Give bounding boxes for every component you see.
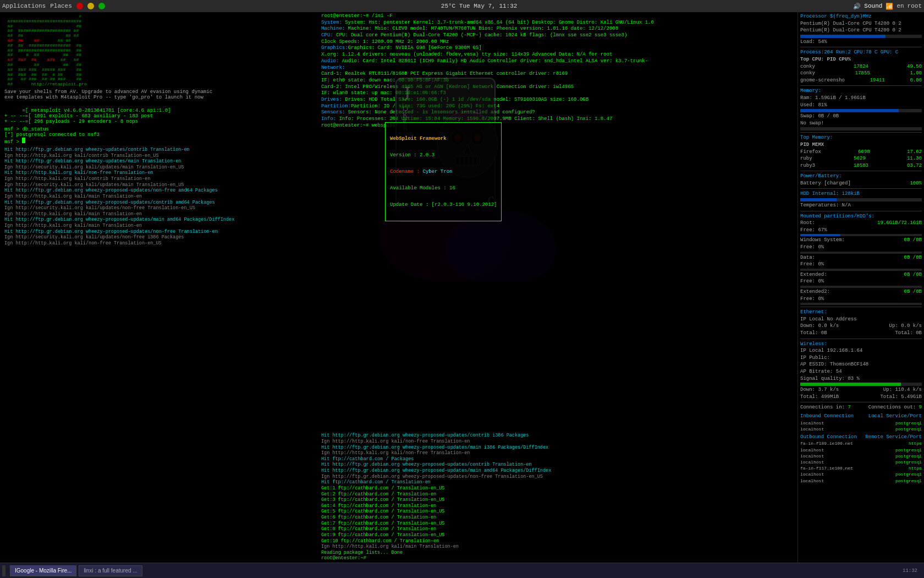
- outbound-list: fa-in-f189.ie100.nethttpslocalhostpostgr…: [800, 440, 922, 483]
- sound-icon[interactable]: 🔊: [853, 3, 861, 10]
- conky-cpu1: Pentium(R) Dual-Core CPU T4200 0 2: [800, 20, 922, 28]
- partitions-list: Root: 19.6GiB/72.1GiB Free: 67% Windows …: [800, 220, 922, 305]
- msf-banner: =[ metasploit v4.6.0-2013041701 [core:4.…: [2, 101, 317, 126]
- taskbar-spacer: [2, 565, 6, 576]
- webploit-version: Version : 2.0.3: [390, 152, 497, 158]
- ascii-art: # ############################ ## ## ## …: [2, 14, 317, 87]
- conky-battery-label: Power/Battery:: [800, 173, 922, 180]
- sysinfo-graphics: Graphics:Graphics: Card: NVIDIA G98 [GeF…: [321, 45, 795, 52]
- update-line: Hit ftp://cathbard.com / Translation-en: [321, 479, 795, 486]
- conky-ram: Ram: 1.59GiB / 1.96GiB: [800, 95, 922, 102]
- conky-load: Load: 54%: [800, 39, 922, 46]
- webploit-box: WebSploit Framework Version : 2.0.3 Code…: [385, 122, 502, 221]
- conky-inbound-port-label: Local Service/Port: [868, 413, 922, 420]
- conky-eth-down: Down: 0.0 k/s: [800, 323, 839, 330]
- update-line: Hit http://ftp.gr.debian.org wheezy-prop…: [4, 229, 315, 235]
- conky-battery-status: Battery [charged]: [800, 180, 851, 187]
- conky-conn-counts: Connections in: 7 Connections out: 9: [800, 404, 922, 411]
- update-line: root@entester:~#: [321, 555, 795, 561]
- update-line: Ign http://security.kali.org kali/update…: [4, 205, 315, 211]
- update-line: Get:1 ftp://cathbard.com / Translation-e…: [321, 486, 795, 492]
- update-line: Hit http://ftp.gr.debian.org wheezy-upda…: [4, 159, 315, 165]
- conky-wifi-signal-val: Signal quality: 83 %: [800, 375, 860, 383]
- ram-bar: [800, 109, 922, 112]
- conky-swap: Swap: 0B / 0B: [800, 113, 922, 120]
- update-line: Ign http://http.kali.org kali/main Trans…: [4, 194, 315, 200]
- sysinfo-audio: Audio: Audio: Card: Intel 82801I (ICH9 F…: [321, 58, 795, 65]
- conky-hdd-temp: Temperatures: N/A: [800, 202, 922, 209]
- conky-cpu-section: Processor $(freq_dyn)MHz Pentium(R) Dual…: [800, 13, 922, 45]
- network-icon: 📶: [886, 3, 893, 10]
- proc-list: conky1782449.50conky178551.00gnome-scree…: [800, 63, 922, 84]
- user-label: root: [908, 3, 922, 9]
- update-line: Ign http://ftp.gr.debian.org wheezy-prop…: [321, 474, 795, 480]
- left-panel: # ############################ ## ## ## …: [0, 12, 319, 563]
- conky-wifi-total-down: Total: 499MiB: [800, 394, 839, 401]
- topmem-item: ruby562911.30: [800, 155, 922, 162]
- conky-inbound-label: Inbound Connection: [800, 413, 854, 420]
- partition-item: Data: 0B /0B Free: 0%: [800, 254, 922, 271]
- conky-battery-row: Battery [charged] 100%: [800, 180, 922, 187]
- outbound-item: fa-in-f117.ie100.nethttps: [800, 465, 922, 471]
- conky-wifi-down: Down: 3.7 k/s: [800, 386, 839, 394]
- cpu-bar: [800, 35, 922, 38]
- conky-wifi-label: Wireless:: [800, 341, 922, 348]
- update-line: Hit http://ftp.gr.debian.org wheezy-prop…: [4, 188, 315, 194]
- partition-item: Windows System: 0B /0B Free: 0%: [800, 237, 922, 253]
- conky-wifi-up: Up: 110.4 k/s: [883, 386, 922, 394]
- conky-process-section: Process:204 Run:2 CPU:70 C GPU: C Top CP…: [800, 49, 922, 84]
- swap-bar: [800, 127, 922, 130]
- conky-eth-totals: Total: 0B Total: 0B: [800, 330, 922, 337]
- conky-used: Used: 81%: [800, 102, 922, 109]
- topbar-center: 25°C Tue May 7, 11:32: [441, 3, 518, 9]
- conky-eth-label: Ethernet:: [800, 309, 922, 316]
- update-line: Hit http://ftp.gr.debian.org wheezy-prop…: [321, 433, 795, 439]
- inbound-item: localhostpostgresql: [800, 420, 922, 426]
- update-line: Ign http://security.kali.org kali/update…: [4, 182, 315, 188]
- conky-conn-in-label: Connections in: 7: [800, 404, 851, 411]
- sysinfo-cpu: CPU: CPU: Dual core Pentium(R) Dual-Core…: [321, 32, 795, 39]
- conky-wifi-pub-ip: IP Public:: [800, 355, 922, 362]
- conky-wifi-traffic: Down: 3.7 k/s Up: 110.4 k/s: [800, 386, 922, 394]
- conky-topmem-label: Top Memory:: [800, 134, 922, 141]
- dot-red: [76, 3, 83, 9]
- update-line: Ign http://http.kali.org kali/main Trans…: [321, 544, 795, 550]
- right-panel: Processor $(freq_dyn)MHz Pentium(R) Dual…: [798, 12, 924, 563]
- conky-wifi-bitrate: AP Bitrate: 54: [800, 368, 922, 375]
- update-line: Get:4 ftp://cathbard.com / Translation-e…: [321, 503, 795, 509]
- msf-prompt2: msf >: [4, 139, 25, 145]
- hdd-bar-fill: [800, 198, 837, 201]
- update-line: Get:5 ftp://cathbard.com / Translation-e…: [321, 509, 795, 515]
- webploit-codename: Codename : Cyber Tron: [390, 169, 497, 175]
- conky-wifi-ip: IP Local 192.168.1.64: [800, 347, 922, 355]
- conky-outbound-section: Outbound Connection Remote Service/Port …: [800, 434, 922, 484]
- update-line: Hit http://ftp.gr.debian.org wheezy-prop…: [321, 468, 795, 474]
- conky-cpu2: Pentium(R) Dual-Core CPU T4200 0 2: [800, 27, 922, 34]
- conky-outbound-header: Outbound Connection Remote Service/Port: [800, 434, 922, 441]
- sysinfo-xorg: X.org: 1.12.4 drivers: nouveau (unloaded…: [321, 52, 795, 58]
- conky-outbound-label: Outbound Connection: [800, 434, 857, 441]
- conky-conn-summary: Connections in: 7 Connections out: 9: [800, 404, 922, 411]
- sysinfo-system: System: System: Hst: pentester Kernel: 3…: [321, 20, 795, 26]
- conky-partitions-section: Mounted partitions/HDD's: Root: 19.6GiB/…: [800, 213, 922, 306]
- conky-inbound-section: Inbound Connection Local Service/Port lo…: [800, 413, 922, 432]
- ram-bar-fill: [800, 109, 899, 112]
- conky-cpu-label: Processor $(freq_dyn)MHz: [800, 13, 922, 20]
- msf-prompt: msf > db_status: [4, 127, 49, 132]
- applications-menu[interactable]: Applications: [2, 3, 46, 9]
- lang-label: en: [897, 3, 904, 9]
- sysinfo-clock: Clock Speeds: 1: 1200.00 MHz 2: 2000.00 …: [321, 39, 795, 46]
- update-line: Get:10 ftp://cathbard.com / Translation-…: [321, 538, 795, 544]
- proc-item: gnome-screensho194110.00: [800, 77, 922, 84]
- topbar-right: 🔊 Sound 📶 en root: [853, 3, 922, 10]
- conky-wifi-totals: Total: 499MiB Total: 5.49GiB: [800, 394, 922, 401]
- conky-wireless-section: Wireless: IP Local 192.168.1.64 IP Publi…: [800, 341, 922, 401]
- outbound-item: localhostpostgresql: [800, 447, 922, 453]
- conky-battery-pct: 100%: [910, 180, 922, 187]
- update-line: Hit http://ftp.gr.debian.org wheezy-upda…: [4, 147, 315, 153]
- taskbar-item-linxi[interactable]: linxi : a full featured ...: [79, 565, 142, 576]
- update-line: Ign http://security.kali.org kali/update…: [4, 235, 315, 241]
- places-menu[interactable]: Places: [50, 3, 72, 9]
- conky-eth-traffic: Down: 0.0 k/s Up: 0.0 k/s: [800, 323, 922, 330]
- taskbar-item-firefox[interactable]: IGoogle - Mozilla Fire...: [10, 565, 76, 576]
